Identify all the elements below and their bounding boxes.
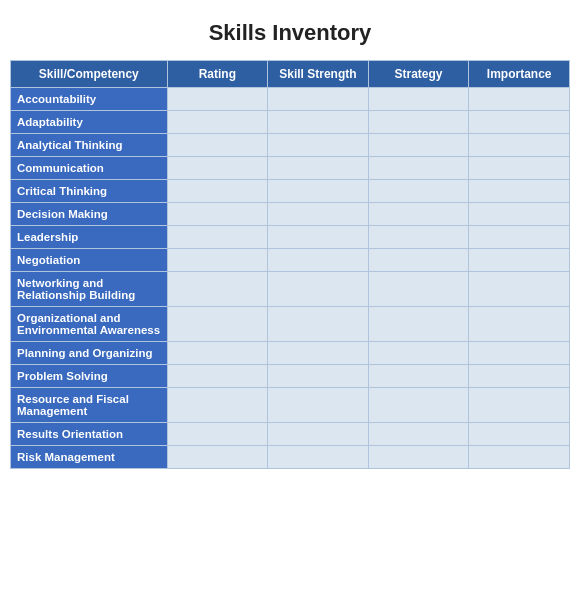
- strength-cell[interactable]: [268, 111, 369, 134]
- strategy-cell[interactable]: [368, 388, 469, 423]
- strategy-cell[interactable]: [368, 111, 469, 134]
- skills-table: Skill/Competency Rating Skill Strength S…: [10, 60, 570, 469]
- table-row: Results Orientation: [11, 423, 570, 446]
- strategy-cell[interactable]: [368, 446, 469, 469]
- strength-cell[interactable]: [268, 180, 369, 203]
- rating-cell[interactable]: [167, 226, 268, 249]
- skill-name-cell: Organizational and Environmental Awarene…: [11, 307, 168, 342]
- strategy-cell[interactable]: [368, 157, 469, 180]
- strategy-cell[interactable]: [368, 365, 469, 388]
- importance-cell[interactable]: [469, 272, 570, 307]
- importance-cell[interactable]: [469, 365, 570, 388]
- importance-cell[interactable]: [469, 423, 570, 446]
- rating-cell[interactable]: [167, 111, 268, 134]
- skill-name-cell: Leadership: [11, 226, 168, 249]
- skill-name-cell: Results Orientation: [11, 423, 168, 446]
- importance-cell[interactable]: [469, 134, 570, 157]
- importance-cell[interactable]: [469, 111, 570, 134]
- skill-name-cell: Accountability: [11, 88, 168, 111]
- strength-cell[interactable]: [268, 446, 369, 469]
- importance-cell[interactable]: [469, 446, 570, 469]
- rating-cell[interactable]: [167, 88, 268, 111]
- header-importance: Importance: [469, 61, 570, 88]
- table-row: Networking and Relationship Building: [11, 272, 570, 307]
- table-row: Critical Thinking: [11, 180, 570, 203]
- strength-cell[interactable]: [268, 226, 369, 249]
- strength-cell[interactable]: [268, 365, 369, 388]
- strategy-cell[interactable]: [368, 88, 469, 111]
- importance-cell[interactable]: [469, 307, 570, 342]
- importance-cell[interactable]: [469, 203, 570, 226]
- skill-name-cell: Adaptability: [11, 111, 168, 134]
- strategy-cell[interactable]: [368, 342, 469, 365]
- importance-cell[interactable]: [469, 249, 570, 272]
- table-row: Adaptability: [11, 111, 570, 134]
- importance-cell[interactable]: [469, 226, 570, 249]
- skill-name-cell: Analytical Thinking: [11, 134, 168, 157]
- strategy-cell[interactable]: [368, 307, 469, 342]
- strength-cell[interactable]: [268, 388, 369, 423]
- strength-cell[interactable]: [268, 203, 369, 226]
- table-row: Analytical Thinking: [11, 134, 570, 157]
- strength-cell[interactable]: [268, 249, 369, 272]
- strength-cell[interactable]: [268, 307, 369, 342]
- skill-name-cell: Risk Management: [11, 446, 168, 469]
- header-strength: Skill Strength: [268, 61, 369, 88]
- rating-cell[interactable]: [167, 134, 268, 157]
- strategy-cell[interactable]: [368, 423, 469, 446]
- table-row: Organizational and Environmental Awarene…: [11, 307, 570, 342]
- rating-cell[interactable]: [167, 423, 268, 446]
- importance-cell[interactable]: [469, 342, 570, 365]
- table-row: Decision Making: [11, 203, 570, 226]
- rating-cell[interactable]: [167, 203, 268, 226]
- rating-cell[interactable]: [167, 272, 268, 307]
- skill-name-cell: Communication: [11, 157, 168, 180]
- skill-name-cell: Critical Thinking: [11, 180, 168, 203]
- table-row: Planning and Organizing: [11, 342, 570, 365]
- rating-cell[interactable]: [167, 307, 268, 342]
- rating-cell[interactable]: [167, 180, 268, 203]
- strategy-cell[interactable]: [368, 272, 469, 307]
- table-row: Problem Solving: [11, 365, 570, 388]
- skill-name-cell: Planning and Organizing: [11, 342, 168, 365]
- skill-name-cell: Networking and Relationship Building: [11, 272, 168, 307]
- strength-cell[interactable]: [268, 157, 369, 180]
- strength-cell[interactable]: [268, 272, 369, 307]
- strategy-cell[interactable]: [368, 203, 469, 226]
- skill-name-cell: Problem Solving: [11, 365, 168, 388]
- header-skill: Skill/Competency: [11, 61, 168, 88]
- rating-cell[interactable]: [167, 365, 268, 388]
- importance-cell[interactable]: [469, 388, 570, 423]
- table-row: Leadership: [11, 226, 570, 249]
- skill-name-cell: Decision Making: [11, 203, 168, 226]
- strength-cell[interactable]: [268, 134, 369, 157]
- strategy-cell[interactable]: [368, 226, 469, 249]
- rating-cell[interactable]: [167, 157, 268, 180]
- page-title: Skills Inventory: [10, 20, 570, 46]
- strategy-cell[interactable]: [368, 180, 469, 203]
- rating-cell[interactable]: [167, 342, 268, 365]
- importance-cell[interactable]: [469, 157, 570, 180]
- table-row: Accountability: [11, 88, 570, 111]
- table-row: Resource and Fiscal Management: [11, 388, 570, 423]
- table-row: Negotiation: [11, 249, 570, 272]
- skill-name-cell: Resource and Fiscal Management: [11, 388, 168, 423]
- strategy-cell[interactable]: [368, 134, 469, 157]
- strategy-cell[interactable]: [368, 249, 469, 272]
- rating-cell[interactable]: [167, 446, 268, 469]
- header-rating: Rating: [167, 61, 268, 88]
- skill-name-cell: Negotiation: [11, 249, 168, 272]
- strength-cell[interactable]: [268, 423, 369, 446]
- table-row: Risk Management: [11, 446, 570, 469]
- importance-cell[interactable]: [469, 88, 570, 111]
- header-strategy: Strategy: [368, 61, 469, 88]
- importance-cell[interactable]: [469, 180, 570, 203]
- strength-cell[interactable]: [268, 342, 369, 365]
- table-row: Communication: [11, 157, 570, 180]
- rating-cell[interactable]: [167, 388, 268, 423]
- rating-cell[interactable]: [167, 249, 268, 272]
- strength-cell[interactable]: [268, 88, 369, 111]
